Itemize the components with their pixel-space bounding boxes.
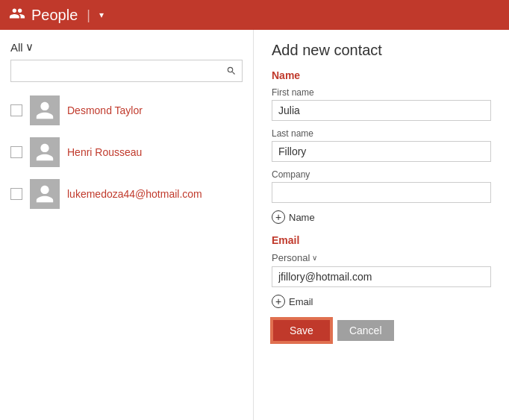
filter-chevron-icon: ∨ xyxy=(25,40,34,54)
left-panel: All ∨ Desmond Taylor Henri Rou xyxy=(0,30,254,420)
avatar-1 xyxy=(30,95,60,125)
filter-label: All xyxy=(10,41,23,54)
personal-dropdown[interactable]: Personal ∨ xyxy=(272,252,491,263)
search-input[interactable] xyxy=(11,60,221,81)
first-name-label: First name xyxy=(272,87,491,98)
avatar-3 xyxy=(30,179,60,209)
email-section-header: Email xyxy=(272,234,491,246)
right-panel: Add new contact Name First name Last nam… xyxy=(254,30,509,420)
add-email-icon: + xyxy=(272,295,285,308)
first-name-input[interactable] xyxy=(272,100,491,121)
name-section-header: Name xyxy=(272,69,491,81)
contact-name-1: Desmond Taylor xyxy=(67,104,143,116)
add-name-link[interactable]: + Name xyxy=(272,210,491,224)
name-section: Name First name Last name Company + Name xyxy=(272,69,491,224)
save-button[interactable]: Save xyxy=(272,319,331,342)
add-name-icon: + xyxy=(272,210,285,224)
last-name-input[interactable] xyxy=(272,141,491,162)
email-input[interactable] xyxy=(272,266,491,287)
add-name-label: Name xyxy=(289,212,315,223)
main-layout: All ∨ Desmond Taylor Henri Rou xyxy=(0,30,509,420)
contact-item[interactable]: lukemedoza44@hotmail.com xyxy=(0,173,253,215)
header-dropdown-button[interactable]: ▾ xyxy=(99,10,104,20)
personal-label: Personal xyxy=(272,252,310,263)
cancel-button[interactable]: Cancel xyxy=(337,320,394,341)
app-header: People | ▾ xyxy=(0,0,509,30)
avatar-2 xyxy=(30,137,60,167)
action-row: Save Cancel xyxy=(272,319,491,342)
contact-checkbox-2[interactable] xyxy=(10,146,22,158)
add-email-label: Email xyxy=(289,296,313,307)
people-icon xyxy=(9,5,25,25)
company-input[interactable] xyxy=(272,182,491,203)
search-bar xyxy=(10,60,243,82)
email-section: Email Personal ∨ + Email xyxy=(272,234,491,308)
contact-item[interactable]: Henri Rousseau xyxy=(0,131,253,173)
contact-name-2: Henri Rousseau xyxy=(67,146,142,158)
personal-chevron-icon: ∨ xyxy=(312,254,317,262)
contact-item[interactable]: Desmond Taylor xyxy=(0,90,253,131)
contact-name-3: lukemedoza44@hotmail.com xyxy=(67,188,202,200)
search-button[interactable] xyxy=(221,60,242,81)
contact-checkbox-1[interactable] xyxy=(10,104,22,116)
contact-checkbox-3[interactable] xyxy=(10,188,22,200)
last-name-label: Last name xyxy=(272,128,491,139)
add-email-link[interactable]: + Email xyxy=(272,295,491,308)
header-divider: | xyxy=(87,7,90,23)
app-title: People xyxy=(31,7,78,24)
filter-all[interactable]: All ∨ xyxy=(0,37,253,60)
form-title: Add new contact xyxy=(272,42,491,59)
company-label: Company xyxy=(272,169,491,180)
